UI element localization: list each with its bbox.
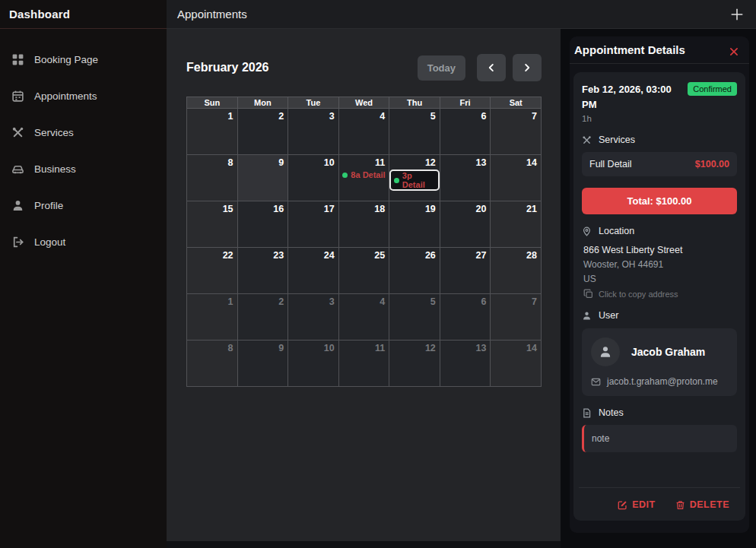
user-card: Jacob Graham jacob.t.graham@proton.me <box>582 328 737 396</box>
day-cell[interactable]: 5 <box>389 294 440 341</box>
copy-address-label: Click to copy address <box>599 290 678 299</box>
day-cell[interactable]: 123p Detail <box>389 155 440 201</box>
sidebar-item-logout[interactable]: Logout <box>0 223 167 260</box>
next-month-button[interactable] <box>513 54 542 81</box>
day-cell[interactable]: 4 <box>338 109 389 155</box>
sidebar-item-appointments[interactable]: Appointments <box>0 78 167 114</box>
day-cell[interactable]: 8 <box>187 155 238 201</box>
day-cell[interactable]: 13 <box>440 341 491 387</box>
day-cell[interactable]: 3 <box>288 109 339 155</box>
day-cell[interactable]: 10 <box>288 341 339 387</box>
location-section-label: Location <box>582 226 737 236</box>
today-button[interactable]: Today <box>418 55 465 81</box>
total-button[interactable]: Total: $100.00 <box>582 188 737 214</box>
calendar-event[interactable]: 8a Detail <box>340 169 387 180</box>
day-number: 18 <box>339 201 389 214</box>
day-cell[interactable]: 27 <box>440 248 491 294</box>
edit-button[interactable]: EDIT <box>618 499 655 510</box>
grid-icon <box>11 53 24 66</box>
day-cell[interactable]: 4 <box>338 294 389 341</box>
day-number: 10 <box>288 155 338 168</box>
day-cell[interactable]: 18 <box>338 201 389 248</box>
day-number: 26 <box>389 248 440 261</box>
sidebar-item-business[interactable]: Business <box>0 150 167 187</box>
event-label: 8a Detail <box>351 170 385 179</box>
day-number: 5 <box>389 109 440 122</box>
sidebar-header: Dashboard <box>0 0 167 29</box>
day-number: 22 <box>187 248 237 261</box>
day-cell[interactable]: 21 <box>491 201 542 248</box>
day-number: 14 <box>491 341 541 353</box>
day-cell[interactable]: 12 <box>389 341 440 387</box>
day-cell[interactable]: 25 <box>338 248 389 294</box>
edit-icon <box>618 500 627 510</box>
sidebar-item-booking-page[interactable]: Booking Page <box>0 41 167 78</box>
day-cell[interactable]: 20 <box>440 201 491 248</box>
day-number: 2 <box>238 109 288 122</box>
day-number: 28 <box>491 248 541 261</box>
sidebar-item-profile[interactable]: Profile <box>0 187 167 223</box>
note-box: note <box>582 425 737 452</box>
day-cell[interactable]: 28 <box>491 248 542 294</box>
details-title: Appointment Details <box>574 43 685 56</box>
day-cell[interactable]: 7 <box>491 294 542 341</box>
user-section-label: User <box>582 310 737 321</box>
trash-icon <box>675 500 685 510</box>
day-cell[interactable]: 8 <box>187 341 238 387</box>
day-cell[interactable]: 3 <box>288 294 339 341</box>
car-icon <box>11 163 24 176</box>
day-cell[interactable]: 2 <box>237 294 288 341</box>
calendar-panel: February 2026 Today SunMonTueWedThuFriSa… <box>167 29 561 541</box>
day-cell[interactable]: 1 <box>187 109 238 155</box>
day-cell[interactable]: 19 <box>389 201 440 248</box>
day-cell[interactable]: 6 <box>440 109 491 155</box>
day-cell[interactable]: 14 <box>491 155 542 201</box>
day-cell[interactable]: 15 <box>187 201 238 248</box>
day-cell[interactable]: 26 <box>389 248 440 294</box>
note-icon <box>582 408 592 418</box>
day-cell[interactable]: 24 <box>288 248 339 294</box>
day-header: Fri <box>440 97 491 109</box>
close-icon[interactable] <box>729 46 739 55</box>
day-number: 1 <box>187 294 237 307</box>
prev-month-button[interactable] <box>477 54 506 81</box>
service-price: $100.00 <box>695 159 729 169</box>
day-cell[interactable]: 11 <box>338 341 389 387</box>
logout-icon <box>11 236 24 249</box>
day-cell[interactable]: 1 <box>187 294 238 341</box>
day-cell[interactable]: 6 <box>440 294 491 341</box>
day-cell[interactable]: 17 <box>288 201 339 248</box>
day-number: 23 <box>238 248 288 261</box>
user-icon <box>11 199 24 212</box>
day-cell[interactable]: 10 <box>288 155 339 201</box>
appointment-details-panel: Appointment Details Feb 12, 2026, 03:00 … <box>570 36 749 533</box>
delete-button[interactable]: DELETE <box>675 499 729 510</box>
plus-icon[interactable] <box>730 8 744 21</box>
day-cell[interactable]: 23 <box>237 248 288 294</box>
day-cell[interactable]: 14 <box>491 341 542 387</box>
sidebar-item-services[interactable]: Services <box>0 114 167 150</box>
day-cell[interactable]: 5 <box>389 109 440 155</box>
day-number: 6 <box>440 109 491 122</box>
appointment-datetime: Feb 12, 2026, 03:00 PM <box>582 82 679 112</box>
day-cell-today[interactable]: 9 <box>237 155 288 201</box>
day-cell[interactable]: 2 <box>237 109 288 155</box>
sidebar-item-label: Business <box>34 163 76 175</box>
day-number: 3 <box>288 294 338 307</box>
day-cell[interactable]: 22 <box>187 248 238 294</box>
day-cell[interactable]: 118a Detail <box>338 155 389 201</box>
event-label: 3p Detail <box>402 171 435 189</box>
day-cell[interactable]: 7 <box>491 109 542 155</box>
user-email: jacob.t.graham@proton.me <box>607 376 718 387</box>
day-cell[interactable]: 9 <box>237 341 288 387</box>
day-header: Thu <box>389 97 440 109</box>
day-header: Sun <box>187 97 238 109</box>
day-cell[interactable]: 16 <box>237 201 288 248</box>
copy-address-button[interactable]: Click to copy address <box>583 289 737 299</box>
sidebar-item-label: Appointments <box>34 90 97 102</box>
calendar-controls: Today <box>418 54 542 81</box>
calendar-event[interactable]: 3p Detail <box>389 169 440 191</box>
sidebar-item-label: Profile <box>34 200 63 211</box>
day-cell[interactable]: 13 <box>440 155 491 201</box>
copy-icon <box>583 289 593 299</box>
